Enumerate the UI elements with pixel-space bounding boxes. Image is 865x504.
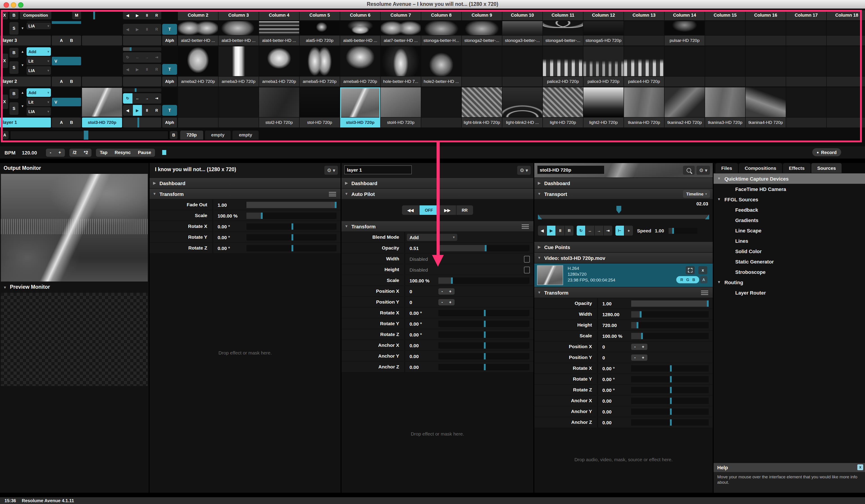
clip-cell-ameba1-hd-720p[interactable]: ameba1-HD 720p bbox=[259, 46, 299, 86]
param-value[interactable]: 0 bbox=[405, 299, 437, 305]
param-value[interactable]: 0.00 bbox=[598, 420, 630, 425]
layer2-blend-mode-dropdown[interactable]: Add▾ bbox=[26, 47, 51, 56]
layer3-name[interactable]: layer 3 bbox=[0, 36, 51, 46]
clip-cell-empty[interactable] bbox=[746, 21, 786, 46]
stepper-plus[interactable]: + bbox=[449, 289, 452, 293]
speed-value[interactable]: 1.00 bbox=[655, 228, 664, 233]
param-slider[interactable] bbox=[438, 320, 529, 327]
fullscreen-button[interactable] bbox=[686, 266, 695, 274]
tree-item-layer-router[interactable]: Layer Router bbox=[714, 288, 865, 298]
blend-mode-dropdown[interactable]: Add▾ bbox=[407, 234, 457, 241]
clip-cell-stonoga3-better[interactable]: stonoga3-better-... bbox=[502, 21, 542, 46]
param-slider[interactable] bbox=[631, 376, 709, 382]
layer2-alpha-dropdown[interactable]: LIA▾ bbox=[26, 66, 51, 75]
param-slider[interactable] bbox=[438, 342, 529, 348]
param-value[interactable]: 100.00 % bbox=[598, 333, 630, 339]
param-value[interactable]: 0.00 bbox=[405, 353, 437, 359]
param-slider[interactable] bbox=[631, 398, 709, 404]
param-value[interactable]: 0.00 ° bbox=[598, 376, 630, 382]
param-slider[interactable] bbox=[438, 364, 529, 370]
layer2-name[interactable]: layer 2 bbox=[0, 77, 51, 86]
layer2-blend-dropdown[interactable]: Lit▾ bbox=[26, 57, 51, 65]
column-header-column-10[interactable]: Column 10 bbox=[502, 10, 542, 20]
param-slider[interactable] bbox=[438, 310, 529, 316]
layer1-loopmode-button-3[interactable]: ⇥ bbox=[152, 93, 161, 104]
param-value[interactable]: 0.00 ° bbox=[213, 234, 245, 240]
layer1-alpha-label[interactable]: Alph bbox=[162, 118, 177, 128]
clip-cell-alat6-better-hd[interactable]: alat6-better-HD ... bbox=[340, 21, 380, 46]
param-slider[interactable] bbox=[631, 332, 709, 339]
clip-loopmode-button-3[interactable]: ⇥ bbox=[604, 226, 612, 236]
gear-icon[interactable]: ⚙ ▾ bbox=[696, 166, 710, 175]
composition-master-button[interactable]: M bbox=[72, 11, 81, 19]
param-value[interactable]: 0.00 ° bbox=[598, 365, 630, 371]
trim-bar[interactable] bbox=[538, 215, 709, 219]
record-button[interactable]: ●Record bbox=[812, 148, 841, 156]
param-value[interactable]: 0 bbox=[405, 289, 437, 294]
clip-cell-pulsar-hd-720p[interactable]: pulsar-HD 720p bbox=[665, 21, 705, 46]
stepper-plus[interactable]: + bbox=[642, 355, 645, 360]
layer1-transport-button-3[interactable]: R bbox=[152, 105, 161, 116]
clip-cell-palice2-hd-720p[interactable]: palice2-HD 720p bbox=[543, 46, 583, 86]
clip-transport-button-0[interactable]: ◀ bbox=[538, 226, 546, 236]
clip-cell-tkanina4-hd-720p[interactable]: tkanina4-HD 720p bbox=[746, 87, 786, 128]
hamburger-icon[interactable] bbox=[522, 224, 529, 230]
hamburger-icon[interactable] bbox=[329, 192, 336, 197]
layer1-alpha-dropdown[interactable]: LIA▾ bbox=[26, 107, 51, 116]
column-header-column-11[interactable]: Column 11 bbox=[543, 10, 583, 20]
layer2-loopmode-button-3[interactable]: ⇥ bbox=[152, 52, 161, 62]
trim-in-handle[interactable] bbox=[538, 214, 542, 219]
param-value[interactable]: 720.00 bbox=[598, 322, 630, 328]
layer2-loopmode-button-0[interactable]: ↻ bbox=[123, 52, 132, 62]
clip-cell-stonoga5-hd-720p[interactable]: stonoga5-HD 720p bbox=[584, 21, 623, 46]
bpm-halve-double-button-0[interactable]: /2 bbox=[69, 150, 80, 155]
stepper-minus[interactable]: - bbox=[634, 344, 636, 349]
clip-cell-empty[interactable] bbox=[786, 46, 826, 86]
layer2-loopmode-button-2[interactable]: → bbox=[142, 52, 152, 62]
tree-item-static-generator[interactable]: Static Generator bbox=[714, 256, 865, 267]
search-button[interactable] bbox=[683, 166, 695, 175]
param-slider[interactable] bbox=[246, 223, 336, 230]
slider-thumb[interactable] bbox=[261, 212, 263, 219]
param-value[interactable]: 100.00 % bbox=[213, 213, 245, 218]
stepper-minus[interactable]: - bbox=[634, 355, 636, 360]
param-value[interactable]: 0.00 ° bbox=[405, 332, 437, 337]
crossfader-a-button[interactable]: A bbox=[1, 131, 9, 139]
clip-cell-empty[interactable] bbox=[421, 87, 461, 128]
bpm-tempo-button-2[interactable]: Pause bbox=[134, 150, 155, 155]
composition-clear-button[interactable]: X bbox=[1, 11, 8, 19]
clip-loopmode-button-2[interactable]: → bbox=[595, 226, 603, 236]
layer1-active-clip-thumbnail[interactable] bbox=[82, 88, 122, 117]
layer1-blend-mode-dropdown[interactable]: Add▾ bbox=[26, 88, 51, 97]
layer3-blend-dropdown[interactable]: Lit▾ bbox=[26, 21, 51, 22]
stepper-minus[interactable]: - bbox=[441, 300, 443, 304]
layer3-alpha-dropdown[interactable]: LIA▾ bbox=[26, 23, 51, 29]
tree-group-ffgl-sources[interactable]: ▼FFGL Sources bbox=[714, 194, 865, 204]
column-header-column-7[interactable]: Column 7 bbox=[381, 10, 421, 20]
param-value[interactable]: 0 bbox=[598, 355, 630, 360]
layer1-transport-button-0[interactable]: ◀ bbox=[123, 105, 132, 116]
layer2-clear-button[interactable]: X bbox=[1, 54, 8, 68]
layer1-video-fader[interactable]: V bbox=[52, 98, 81, 106]
transport-mode-dropdown[interactable]: Timeline▾ bbox=[683, 190, 710, 198]
layer2-solo-button[interactable]: S bbox=[10, 61, 19, 74]
playhead-marker[interactable] bbox=[616, 206, 621, 213]
clip-cell-empty[interactable] bbox=[665, 46, 705, 86]
layer1-crossfader-assign[interactable]: AB bbox=[52, 118, 81, 128]
tree-item-facetime-hd-camera[interactable]: FaceTime HD Camera bbox=[714, 184, 865, 194]
deck-tab-empty[interactable]: empty bbox=[205, 131, 231, 140]
bpm-tempo-button-0[interactable]: Tap bbox=[96, 150, 111, 155]
tree-item-lines[interactable]: Lines bbox=[714, 236, 865, 246]
tab-sources[interactable]: Sources bbox=[811, 163, 842, 173]
slider-thumb[interactable] bbox=[670, 398, 672, 404]
param-value[interactable]: 1280.00 bbox=[598, 312, 630, 317]
clip-cell-empty[interactable] bbox=[827, 21, 865, 46]
clip-cell-palice4-hd-720p[interactable]: palice4-HD 720p bbox=[624, 46, 664, 86]
clip-cell-empty[interactable] bbox=[705, 46, 745, 86]
crossfader-handle[interactable] bbox=[84, 131, 88, 140]
chevron-down-icon[interactable]: ▼ bbox=[19, 63, 26, 67]
alpha-channel-button[interactable]: A bbox=[700, 276, 707, 283]
slider-thumb[interactable] bbox=[484, 364, 486, 370]
param-value[interactable]: 0.00 bbox=[598, 409, 630, 414]
clip-cell-empty[interactable] bbox=[746, 46, 786, 86]
